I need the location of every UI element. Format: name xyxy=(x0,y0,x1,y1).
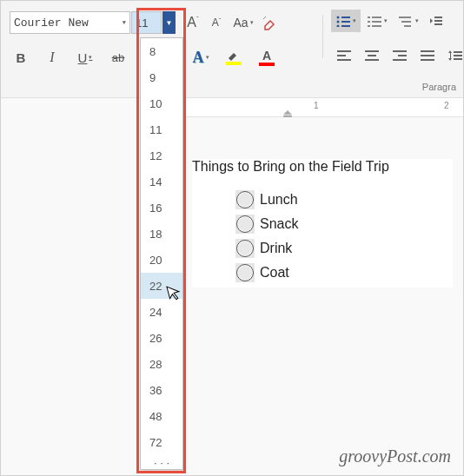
font-size-dropdown-list[interactable]: 891011121416182022242628364872· · · xyxy=(140,37,183,470)
list-item: Lunch xyxy=(235,190,453,209)
font-size-dropdown-button[interactable]: ▼ xyxy=(162,11,176,34)
align-left-button[interactable] xyxy=(331,44,357,67)
list-item-label: Drink xyxy=(260,241,292,256)
svg-rect-22 xyxy=(368,55,376,56)
document-page[interactable]: Things to Bring on the Field Trip LunchS… xyxy=(192,159,453,288)
clear-formatting-button[interactable] xyxy=(259,11,282,34)
font-size-option[interactable]: 36 xyxy=(141,377,182,403)
svg-rect-12 xyxy=(399,17,411,18)
svg-rect-7 xyxy=(372,17,381,18)
decrease-indent-button[interactable] xyxy=(425,10,447,32)
font-size-option[interactable]: 18 xyxy=(141,221,182,247)
bold-button[interactable]: B xyxy=(10,46,32,69)
line-spacing-button[interactable] xyxy=(442,44,464,67)
font-size-option[interactable]: 14 xyxy=(141,169,182,195)
chevron-down-icon: ▼ xyxy=(166,19,173,27)
align-left-icon xyxy=(337,50,351,61)
chevron-down-icon: ▾ xyxy=(89,54,92,61)
separator xyxy=(322,15,323,58)
grow-font-button[interactable]: Aˆ xyxy=(182,11,204,34)
align-right-button[interactable] xyxy=(387,44,413,67)
svg-rect-20 xyxy=(337,59,351,61)
font-size-option[interactable]: 9 xyxy=(141,64,182,90)
strikethrough-button[interactable]: ab xyxy=(107,46,129,69)
chevron-down-icon: ▾ xyxy=(353,17,356,24)
font-size-option[interactable]: 72 xyxy=(141,429,182,455)
svg-rect-25 xyxy=(398,55,407,56)
svg-rect-17 xyxy=(434,23,442,25)
svg-rect-11 xyxy=(372,25,381,27)
chevron-down-icon: ▼ xyxy=(123,19,126,26)
list-item: Drink xyxy=(235,239,453,258)
font-name-combo[interactable]: Courier New ▼ xyxy=(10,11,130,34)
align-center-icon xyxy=(365,50,379,61)
line-spacing-icon xyxy=(447,50,463,62)
bullet-list: LunchSnackDrinkCoat xyxy=(192,190,453,282)
font-size-option[interactable]: 8 xyxy=(141,38,182,64)
svg-rect-30 xyxy=(450,52,451,59)
svg-rect-10 xyxy=(368,25,370,27)
horizontal-ruler[interactable]: 1 2 xyxy=(175,98,463,117)
svg-rect-3 xyxy=(341,21,350,23)
list-item-label: Snack xyxy=(260,216,298,232)
numbering-icon xyxy=(367,15,382,27)
font-size-option[interactable]: 16 xyxy=(141,195,182,221)
caret-up-icon: ˆ xyxy=(196,15,199,23)
svg-rect-9 xyxy=(372,21,381,23)
svg-rect-32 xyxy=(454,55,462,56)
font-size-combo[interactable]: 11 xyxy=(131,11,162,34)
svg-rect-23 xyxy=(365,59,379,61)
svg-rect-31 xyxy=(454,51,462,53)
svg-rect-28 xyxy=(421,55,434,56)
chevron-down-icon: ▾ xyxy=(384,17,388,24)
document-heading: Things to Bring on the Field Trip xyxy=(192,159,453,175)
text-effects-button[interactable]: A▾ xyxy=(186,46,215,69)
bullets-button[interactable]: ▾ xyxy=(331,10,361,32)
font-size-option[interactable]: 12 xyxy=(141,142,182,169)
svg-rect-34 xyxy=(283,116,292,117)
justify-button[interactable] xyxy=(414,44,441,67)
font-size-option[interactable]: 28 xyxy=(141,351,182,377)
numbering-button[interactable]: ▾ xyxy=(362,10,392,32)
font-size-option[interactable]: 48 xyxy=(141,403,182,429)
indent-marker-icon[interactable] xyxy=(283,110,292,117)
svg-rect-15 xyxy=(434,17,442,18)
multilevel-icon xyxy=(398,15,414,27)
list-item: Snack xyxy=(235,215,453,234)
svg-rect-5 xyxy=(341,25,350,27)
align-center-button[interactable] xyxy=(359,44,385,67)
font-size-option[interactable]: 11 xyxy=(141,116,182,142)
svg-rect-6 xyxy=(368,17,370,18)
change-case-button[interactable]: Aa▾ xyxy=(229,11,258,34)
font-size-option[interactable]: 10 xyxy=(141,90,182,116)
font-color-button[interactable]: A xyxy=(252,46,282,69)
bullets-icon xyxy=(335,15,351,27)
underline-button[interactable]: U▾ xyxy=(72,46,98,69)
svg-rect-1 xyxy=(341,17,350,18)
font-name-value: Courier New xyxy=(14,17,89,30)
svg-rect-14 xyxy=(404,25,411,27)
multilevel-list-button[interactable]: ▾ xyxy=(394,10,423,32)
svg-rect-13 xyxy=(401,21,411,23)
list-item-label: Coat xyxy=(260,265,289,281)
svg-rect-24 xyxy=(393,50,407,52)
circle-bullet-icon xyxy=(236,191,254,208)
font-size-option[interactable]: 24 xyxy=(141,299,182,325)
svg-rect-19 xyxy=(337,55,346,56)
font-size-option[interactable]: 26 xyxy=(141,325,182,351)
shrink-font-button[interactable]: Aˇ xyxy=(205,11,228,34)
highlighter-icon xyxy=(227,50,241,61)
list-item: Coat xyxy=(235,263,453,282)
svg-rect-33 xyxy=(454,58,462,60)
watermark: groovyPost.com xyxy=(339,446,451,466)
chevron-down-icon: ▾ xyxy=(415,17,419,24)
font-size-option[interactable]: 20 xyxy=(141,247,182,273)
font-size-value: 11 xyxy=(136,17,148,30)
italic-button[interactable]: I xyxy=(41,46,63,69)
chevron-down-icon: ▾ xyxy=(250,19,254,26)
chevron-down-icon: ▾ xyxy=(206,54,209,61)
outdent-icon xyxy=(429,15,443,27)
highlight-button[interactable] xyxy=(219,46,249,69)
align-right-icon xyxy=(393,50,407,61)
more-indicator: · · · xyxy=(141,455,182,469)
